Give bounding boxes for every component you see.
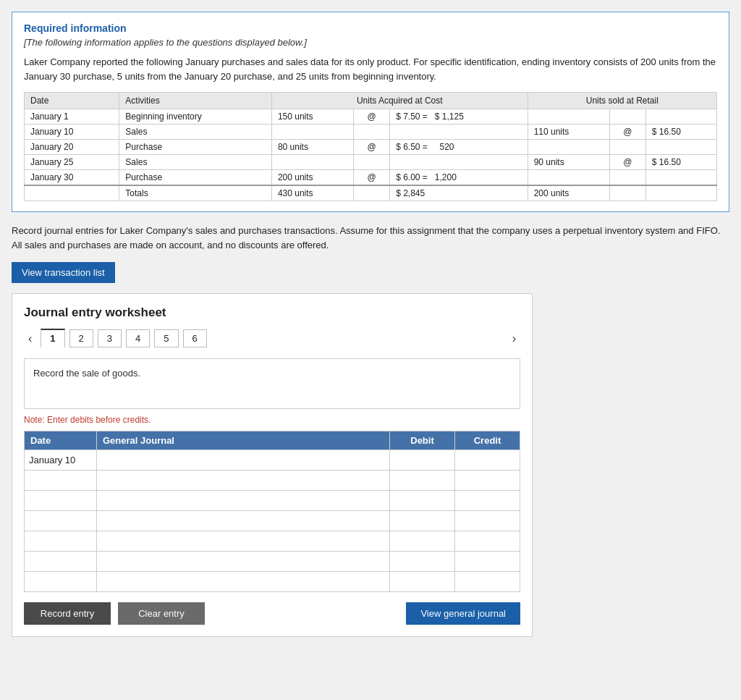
journal-credit-2[interactable]: [455, 471, 520, 491]
journal-credit-input-2[interactable]: [460, 475, 515, 486]
inventory-data-table: Date Activities Units Acquired at Cost U…: [24, 92, 717, 201]
entry-description-box: Record the sale of goods.: [24, 358, 520, 409]
journal-debit-input-2[interactable]: [394, 475, 450, 486]
journal-credit-6[interactable]: [455, 552, 520, 572]
journal-debit-1[interactable]: [390, 450, 455, 471]
clear-entry-button[interactable]: Clear entry: [118, 602, 205, 625]
journal-credit-input-1[interactable]: [460, 455, 515, 465]
cell-retail: [645, 140, 716, 155]
cell-at2: @: [609, 155, 645, 170]
cell-activity: Sales: [119, 155, 272, 170]
cell-at: @: [353, 170, 389, 186]
journal-debit-3[interactable]: [390, 491, 455, 511]
journal-account-5[interactable]: [97, 531, 390, 552]
tab-5[interactable]: 5: [154, 329, 178, 347]
tab-1[interactable]: 1: [41, 329, 64, 348]
journal-credit-4[interactable]: [455, 511, 520, 531]
journal-account-input-1[interactable]: [101, 455, 385, 465]
journal-credit-input-6[interactable]: [460, 556, 515, 567]
journal-credit-1[interactable]: [455, 450, 520, 471]
journal-credit-input-4[interactable]: [460, 515, 515, 526]
cell-totals-at2: [609, 185, 645, 201]
journal-worksheet: Journal entry worksheet ‹ 1 2 3 4 5 6 › …: [12, 293, 533, 637]
journal-debit-2[interactable]: [390, 471, 455, 491]
cell-at: @: [353, 109, 389, 125]
journal-account-input-4[interactable]: [101, 515, 385, 526]
view-general-journal-button[interactable]: View general journal: [406, 602, 520, 625]
journal-debit-4[interactable]: [390, 511, 455, 531]
journal-account-7[interactable]: [97, 572, 390, 592]
journal-account-2[interactable]: [97, 471, 390, 491]
tab-navigation: ‹ 1 2 3 4 5 6 ›: [24, 329, 520, 348]
journal-account-input-6[interactable]: [101, 556, 385, 567]
journal-credit-5[interactable]: [455, 531, 520, 552]
cell-retail: $ 16.50: [645, 125, 716, 140]
journal-debit-input-6[interactable]: [394, 556, 450, 567]
table-row: January 1 Beginning inventory 150 units …: [25, 109, 717, 125]
journal-credit-input-3[interactable]: [460, 495, 515, 506]
journal-date-3: [25, 491, 97, 511]
journal-credit-input-5[interactable]: [460, 536, 515, 547]
cell-date: January 1: [25, 109, 119, 125]
journal-date-6: [25, 552, 97, 572]
table-row: January 25 Sales 90 units @ $ 16.50: [25, 155, 717, 170]
cell-at2: [609, 170, 645, 186]
tab-3[interactable]: 3: [98, 329, 122, 347]
cell-units-sold: [528, 170, 609, 186]
journal-debit-6[interactable]: [390, 552, 455, 572]
tab-4[interactable]: 4: [126, 329, 150, 347]
tab-2[interactable]: 2: [69, 329, 93, 347]
cell-cost: $ 6.50 = 520: [390, 140, 528, 155]
cell-at2: @: [609, 125, 645, 140]
journal-row-4: [25, 511, 520, 531]
journal-credit-7[interactable]: [455, 572, 520, 592]
journal-debit-7[interactable]: [390, 572, 455, 592]
journal-debit-input-1[interactable]: [394, 455, 450, 465]
cell-totals-units: 430 units: [271, 185, 353, 201]
totals-row: Totals 430 units $ 2,845 200 units: [25, 185, 717, 201]
journal-header-debit: Debit: [390, 431, 455, 450]
journal-debit-input-3[interactable]: [394, 495, 450, 506]
journal-debit-input-4[interactable]: [394, 515, 450, 526]
cell-totals-retail: [645, 185, 716, 201]
record-entry-button[interactable]: Record entry: [24, 602, 111, 625]
journal-debit-input-5[interactable]: [394, 536, 450, 547]
cell-units-acq: 150 units: [271, 109, 353, 125]
journal-account-4[interactable]: [97, 511, 390, 531]
cell-at: [353, 125, 389, 140]
cell-at: [353, 155, 389, 170]
tab-prev-arrow[interactable]: ‹: [24, 331, 36, 347]
journal-credit-3[interactable]: [455, 491, 520, 511]
instructions-text: Record journal entries for Laker Company…: [12, 224, 729, 252]
table-row: January 30 Purchase 200 units @ $ 6.00 =…: [25, 170, 717, 186]
cell-at: @: [353, 140, 389, 155]
journal-debit-input-7[interactable]: [394, 576, 450, 587]
cell-units-sold: [528, 140, 609, 155]
required-info-body: Laker Company reported the following Jan…: [24, 55, 717, 83]
journal-header-credit: Credit: [455, 431, 520, 450]
journal-account-input-2[interactable]: [101, 475, 385, 486]
cell-cost: [390, 155, 528, 170]
cell-retail: $ 16.50: [645, 155, 716, 170]
journal-account-3[interactable]: [97, 491, 390, 511]
journal-debit-5[interactable]: [390, 531, 455, 552]
col-units-sold: Units sold at Retail: [528, 93, 716, 109]
journal-account-input-3[interactable]: [101, 495, 385, 506]
journal-account-6[interactable]: [97, 552, 390, 572]
tab-next-arrow[interactable]: ›: [508, 331, 520, 347]
journal-account-input-5[interactable]: [101, 536, 385, 547]
cell-units-sold: 90 units: [528, 155, 609, 170]
view-transaction-button[interactable]: View transaction list: [12, 262, 115, 283]
cell-cost: $ 7.50 = $ 1,125: [390, 109, 528, 125]
cell-retail: [645, 109, 716, 125]
journal-date-2: [25, 471, 97, 491]
journal-account-input-7[interactable]: [101, 576, 385, 587]
tab-6[interactable]: 6: [183, 329, 207, 347]
journal-credit-input-7[interactable]: [460, 576, 515, 587]
cell-activity: Purchase: [119, 140, 272, 155]
cell-at2: [609, 140, 645, 155]
journal-account-1[interactable]: [97, 450, 390, 471]
journal-row-6: [25, 552, 520, 572]
cell-date: January 25: [25, 155, 119, 170]
cell-totals-cost: $ 2,845: [390, 185, 528, 201]
